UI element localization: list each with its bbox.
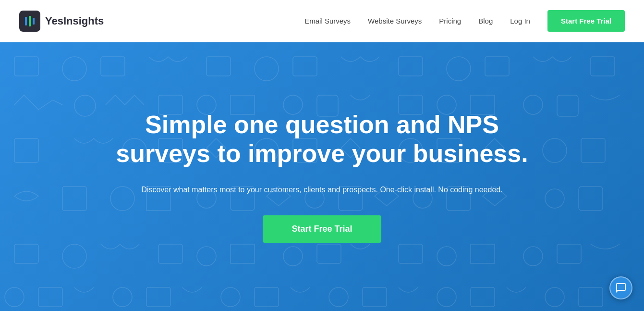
svg-point-4 <box>62 57 86 81</box>
svg-point-53 <box>113 287 132 307</box>
svg-point-7 <box>255 57 279 81</box>
svg-rect-58 <box>363 287 387 307</box>
svg-rect-47 <box>399 244 423 263</box>
svg-rect-40 <box>579 187 603 211</box>
svg-point-57 <box>329 287 348 307</box>
brand-logo-link[interactable]: YesInsights <box>19 11 104 32</box>
hero-subtitle: Discover what matters most to your custo… <box>116 184 529 196</box>
svg-rect-5 <box>101 57 125 76</box>
svg-rect-2 <box>33 18 35 25</box>
svg-rect-52 <box>38 287 62 307</box>
hero-title: Simple one question and NPS surveys to i… <box>116 111 529 168</box>
svg-rect-54 <box>146 287 170 307</box>
svg-point-61 <box>545 287 564 307</box>
svg-rect-1 <box>29 16 31 26</box>
svg-rect-9 <box>399 57 423 76</box>
brand-name: YesInsights <box>45 15 104 27</box>
svg-rect-56 <box>255 287 279 307</box>
svg-rect-62 <box>579 287 603 307</box>
svg-point-51 <box>5 287 24 307</box>
svg-rect-6 <box>207 57 231 76</box>
svg-rect-0 <box>25 17 27 25</box>
svg-rect-31 <box>62 187 86 211</box>
svg-point-49 <box>523 247 543 266</box>
svg-point-59 <box>437 287 456 307</box>
nav-login[interactable]: Log In <box>510 17 530 25</box>
nav-email-surveys[interactable]: Email Surveys <box>304 17 351 25</box>
chat-bubble-button[interactable] <box>609 276 632 299</box>
svg-point-45 <box>283 247 303 266</box>
svg-rect-21 <box>557 95 578 116</box>
svg-rect-3 <box>14 57 38 76</box>
svg-point-48 <box>437 247 456 266</box>
nav-blog[interactable]: Blog <box>478 17 493 25</box>
nav-links: Email Surveys Website Surveys Pricing Bl… <box>304 10 625 32</box>
hero-section: Simple one question and NPS surveys to i… <box>0 42 644 311</box>
svg-point-42 <box>62 244 86 268</box>
svg-rect-60 <box>471 287 495 307</box>
nav-pricing[interactable]: Pricing <box>439 17 461 25</box>
svg-rect-22 <box>14 138 38 162</box>
chat-icon <box>615 282 627 294</box>
svg-point-55 <box>221 287 240 307</box>
svg-rect-41 <box>14 244 38 263</box>
brand-logo-icon <box>19 11 40 32</box>
nav-cta-button[interactable]: Start Free Trial <box>547 10 625 32</box>
hero-cta-button[interactable]: Start Free Trial <box>263 215 381 243</box>
svg-point-29 <box>543 138 567 162</box>
navbar: YesInsights Email Surveys Website Survey… <box>0 0 644 42</box>
svg-point-10 <box>447 57 471 81</box>
svg-rect-11 <box>485 57 509 76</box>
hero-content: Simple one question and NPS surveys to i… <box>106 111 538 242</box>
svg-point-39 <box>545 189 564 208</box>
svg-rect-30 <box>581 138 605 162</box>
svg-point-44 <box>197 247 216 266</box>
svg-rect-43 <box>158 244 182 263</box>
svg-rect-12 <box>591 57 615 76</box>
svg-rect-8 <box>293 57 317 76</box>
nav-website-surveys[interactable]: Website Surveys <box>368 17 422 25</box>
svg-rect-13 <box>74 95 96 116</box>
svg-rect-46 <box>317 244 341 263</box>
svg-rect-50 <box>557 244 581 263</box>
